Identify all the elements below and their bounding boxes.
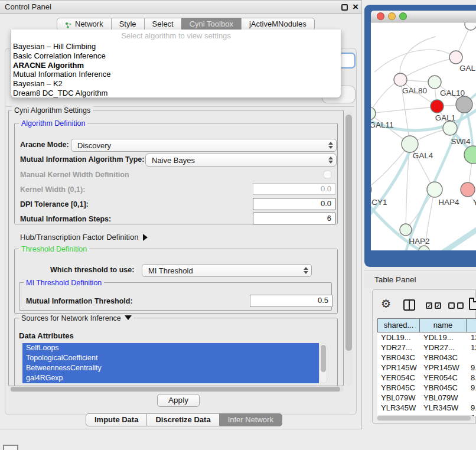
network-window-titlebar[interactable] bbox=[371, 11, 476, 22]
float-window-icon[interactable] bbox=[341, 4, 348, 11]
network-node[interactable] bbox=[431, 100, 444, 113]
network-node[interactable] bbox=[449, 51, 462, 64]
attribute-item-topologicalcoefficient[interactable]: TopologicalCoefficient bbox=[22, 353, 319, 363]
algorithm-option-basic-correlation-inference[interactable]: Basic Correlation Inference bbox=[11, 51, 341, 61]
network-icon bbox=[65, 21, 72, 28]
network-node[interactable] bbox=[456, 96, 472, 113]
sources-legend: Sources for Network Inference bbox=[21, 314, 121, 322]
minimize-traffic-light-icon[interactable] bbox=[388, 12, 396, 20]
algorithm-option-dream8-dc-tdc-algorithm[interactable]: Dream8 DC_TDC Algorithm bbox=[11, 89, 341, 98]
table-panel-title: Table Panel bbox=[374, 271, 416, 289]
tab-bar: NetworkStyleSelectCyni ToolboxjActiveMNo… bbox=[57, 18, 315, 31]
algorithm-option-bayesian-k2[interactable]: Bayesian – K2 bbox=[11, 79, 341, 89]
deselect-all-icon[interactable] bbox=[448, 302, 464, 309]
table-cell bbox=[467, 393, 476, 403]
column-header-extra[interactable] bbox=[466, 318, 476, 332]
which-threshold-select[interactable]: MI Threshold bbox=[142, 264, 312, 277]
screen: Control Panel × NetworkStyleSelectCyni T… bbox=[0, 0, 476, 450]
expanded-arrow-icon bbox=[125, 315, 132, 320]
select-all-icon[interactable] bbox=[426, 302, 441, 309]
network-node-label: Y bbox=[473, 198, 476, 207]
network-node[interactable] bbox=[443, 121, 457, 135]
zoom-traffic-light-icon[interactable] bbox=[399, 12, 407, 20]
table-row[interactable]: YBR043CYBR043C bbox=[377, 353, 476, 363]
tab-network[interactable]: Network bbox=[57, 18, 112, 31]
hub-section-label: Hub/Transcription Factor Definition bbox=[20, 233, 138, 242]
tab-discretize-data[interactable]: Discretize Data bbox=[146, 413, 219, 426]
column-header-name[interactable]: name bbox=[419, 318, 467, 332]
table-cell: YPR145W bbox=[420, 363, 467, 373]
algorithm-option-aracne-algorithm[interactable]: ARACNE Algorithm bbox=[11, 61, 341, 70]
tab-style[interactable]: Style bbox=[111, 18, 145, 31]
hub-section-toggle[interactable]: Hub/Transcription Factor Definition bbox=[20, 233, 148, 242]
table-row[interactable]: YBL079WYBL079W bbox=[377, 393, 476, 403]
network-node[interactable] bbox=[402, 136, 418, 152]
network-edge bbox=[400, 58, 456, 80]
sources-toggle[interactable]: Sources for Network Inference bbox=[19, 314, 134, 322]
attribute-item-selfloops[interactable]: SelfLoops bbox=[22, 343, 319, 353]
kernel-width-field[interactable]: 0.0 bbox=[253, 183, 335, 195]
new-table-icon[interactable] bbox=[469, 298, 476, 310]
tab-jactivemnodules[interactable]: jActiveMNodules bbox=[241, 18, 315, 31]
settings-horizontal-scrollbar[interactable] bbox=[9, 386, 344, 392]
attribute-list-scrollbar[interactable] bbox=[319, 343, 327, 383]
table-cell: YBR045C bbox=[420, 383, 467, 393]
close-icon[interactable]: × bbox=[353, 1, 358, 14]
table-row[interactable]: YER054CYER054C8. bbox=[377, 373, 476, 383]
table-panel-titlebar: Table Panel bbox=[364, 270, 476, 288]
dpi-tolerance-label: DPI Tolerance [0,1]: bbox=[20, 200, 89, 208]
table-row[interactable]: YDL19...YDL19...13 bbox=[377, 332, 476, 343]
table-cell: 9. bbox=[467, 363, 476, 373]
network-node[interactable] bbox=[400, 224, 412, 236]
manual-kernel-checkbox[interactable] bbox=[324, 171, 331, 178]
tab-label: Network bbox=[75, 18, 103, 30]
tab-cyni-toolbox[interactable]: Cyni Toolbox bbox=[181, 18, 242, 31]
network-node[interactable] bbox=[465, 22, 476, 30]
algorithm-option-mutual-information-inference[interactable]: Mutual Information Inference bbox=[11, 70, 341, 79]
network-node[interactable] bbox=[419, 246, 429, 250]
tab-impute-data[interactable]: Impute Data bbox=[86, 413, 147, 426]
panel-title: Control Panel bbox=[5, 1, 51, 14]
column-layout-icon[interactable] bbox=[403, 299, 415, 311]
mi-algorithm-type-select[interactable]: Naive Bayes bbox=[145, 154, 337, 167]
stepper-arrows-icon bbox=[325, 156, 336, 164]
table-row[interactable]: YLR345WYLR345W9. bbox=[377, 403, 476, 413]
minimized-panel-icon[interactable] bbox=[3, 445, 18, 450]
table-cell: YDR27... bbox=[420, 343, 467, 353]
network-node[interactable] bbox=[428, 76, 441, 89]
algorithm-option-bayesian-hill-climbing[interactable]: Bayesian – Hill Climbing bbox=[11, 42, 341, 51]
network-node[interactable] bbox=[464, 146, 476, 164]
attribute-item-betweennesscentrality[interactable]: BetweennessCentrality bbox=[22, 363, 319, 373]
network-node-label: HAP2 bbox=[409, 237, 429, 246]
network-node[interactable] bbox=[394, 73, 407, 86]
dpi-tolerance-field[interactable]: 0.0 bbox=[253, 198, 335, 210]
settings-gear-icon[interactable] bbox=[381, 297, 391, 311]
table-cell: YBR043C bbox=[377, 353, 420, 363]
tab-infer-network[interactable]: Infer Network bbox=[219, 413, 282, 426]
network-canvas[interactable]: GALGAL80GAL10GAL1GAL11SWI4GAL4GCY1HAP4YH… bbox=[371, 22, 476, 250]
aracne-mode-select[interactable]: Discovery bbox=[71, 139, 337, 152]
table-cell: YLR345W bbox=[377, 403, 420, 413]
mi-steps-field[interactable]: 6 bbox=[253, 213, 335, 224]
table-cell: 12 bbox=[467, 343, 476, 353]
tab-label: Select bbox=[152, 18, 174, 30]
network-edge-highlighted bbox=[441, 226, 476, 250]
table-row[interactable]: YDR27...YDR27...12 bbox=[377, 343, 476, 353]
network-node-label: GAL1 bbox=[435, 113, 456, 122]
table-row[interactable]: YPR145WYPR145W9. bbox=[377, 363, 476, 373]
network-node[interactable] bbox=[427, 182, 442, 197]
tab-label: Style bbox=[119, 18, 136, 30]
column-header-shared[interactable]: shared... bbox=[377, 318, 420, 332]
attribute-item-gal4rgexp[interactable]: gal4RGexp bbox=[22, 373, 319, 383]
table-row[interactable]: YBR045CYBR045C9. bbox=[377, 383, 476, 393]
attribute-list[interactable]: SelfLoopsTopologicalCoefficientBetweenne… bbox=[22, 343, 319, 383]
settings-vertical-scrollbar[interactable] bbox=[345, 111, 353, 386]
table-horizontal-scrollbar[interactable] bbox=[376, 415, 474, 421]
tab-select[interactable]: Select bbox=[144, 18, 182, 31]
aracne-mode-value: Discovery bbox=[71, 141, 325, 150]
apply-button[interactable]: Apply bbox=[157, 394, 200, 407]
mi-threshold-field[interactable]: 0.5 bbox=[250, 295, 332, 307]
table-cell: 8. bbox=[467, 373, 476, 383]
network-node[interactable] bbox=[461, 182, 475, 197]
close-traffic-light-icon[interactable] bbox=[377, 12, 384, 20]
